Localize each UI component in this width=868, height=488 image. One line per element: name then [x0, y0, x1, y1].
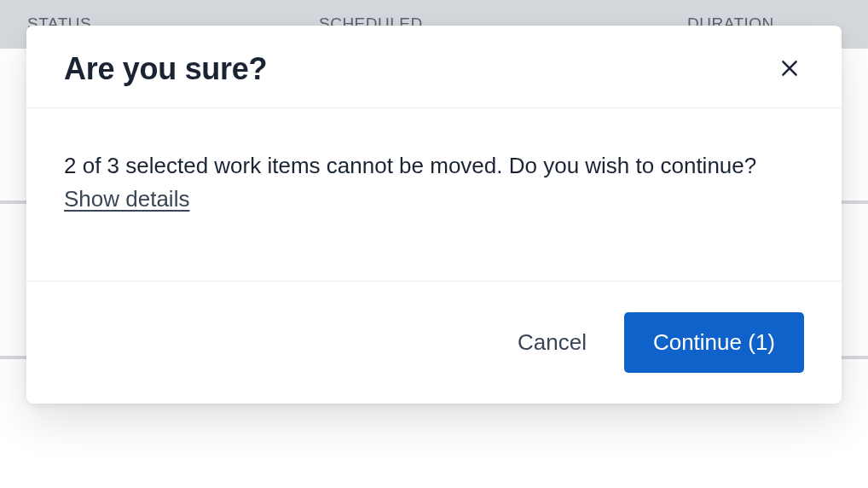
modal-body: 2 of 3 selected work items cannot be mov…: [26, 108, 842, 282]
modal-title: Are you sure?: [64, 51, 267, 87]
show-details-link[interactable]: Show details: [64, 186, 189, 212]
continue-button[interactable]: Continue (1): [624, 312, 804, 373]
cancel-button[interactable]: Cancel: [514, 322, 590, 363]
close-icon: [778, 57, 801, 82]
close-button[interactable]: [775, 54, 804, 85]
confirm-modal: Are you sure? 2 of 3 selected work items…: [26, 26, 842, 404]
modal-message: 2 of 3 selected work items cannot be mov…: [64, 149, 804, 183]
modal-footer: Cancel Continue (1): [26, 282, 842, 404]
modal-header: Are you sure?: [26, 26, 842, 108]
modal-overlay: Are you sure? 2 of 3 selected work items…: [0, 0, 868, 488]
